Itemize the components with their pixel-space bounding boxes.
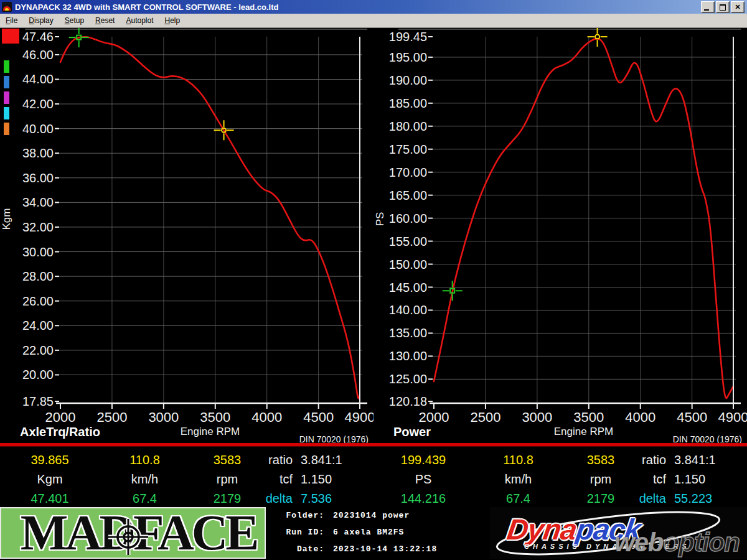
restore-icon xyxy=(720,4,726,11)
x-tick-label: 4500 xyxy=(677,409,707,425)
weboption-watermark: weboption xyxy=(614,528,740,558)
y-tick-label: 125.00 xyxy=(389,372,427,386)
x-axis-title: Engine RPM xyxy=(554,426,613,437)
x-tick-label: 2500 xyxy=(470,409,500,425)
marker-speed-value: 67.4 xyxy=(473,492,563,506)
date-label: Date: xyxy=(270,544,324,554)
power-readout-panel: 199.439 110.8 3583 ratio 3.841:1 PS km/h… xyxy=(374,449,747,506)
y-tick-label: 120.18 xyxy=(389,394,427,408)
tcf-label: tcf xyxy=(638,472,666,487)
y-tick-label: 28.00 xyxy=(22,269,54,283)
minimize-icon xyxy=(704,9,709,11)
delta-value: 55.223 xyxy=(666,492,746,506)
y-tick-label: 180.00 xyxy=(389,119,427,133)
y-tick-label: 47.46 xyxy=(22,30,54,44)
chart-svg: 2000250030003500400045004900199.45195.00… xyxy=(374,28,747,443)
ratio-value: 3.841:1 xyxy=(666,453,746,467)
x-tick-label: 4900 xyxy=(718,409,747,425)
chart-title: AxleTrq/Ratio xyxy=(20,425,100,439)
din-note: DIN 70020 (1976) xyxy=(673,434,742,443)
y-tick-label: 155.00 xyxy=(389,235,427,248)
delta-label: delta xyxy=(265,492,293,506)
marker-rpm-value: 2179 xyxy=(563,492,638,506)
y-tick-label: 24.00 xyxy=(22,319,54,332)
menu-reset[interactable]: Reset xyxy=(90,15,120,26)
tcf-value: 1.150 xyxy=(666,472,746,487)
y-tick-label: 140.00 xyxy=(389,303,427,317)
cursor-speed-value: 110.8 xyxy=(473,453,563,467)
chart-title: Power xyxy=(393,425,431,439)
red-divider xyxy=(0,443,747,447)
y-tick-label: 22.00 xyxy=(22,343,54,357)
run-info: Folder: 20231014 power Run ID: 6 axela B… xyxy=(270,507,487,559)
channel-swatch-5[interactable] xyxy=(4,107,9,119)
x-axis-title: Engine RPM xyxy=(181,426,240,437)
tcf-label: tcf xyxy=(265,472,293,487)
y-tick-label: 145.00 xyxy=(389,281,427,294)
window-title: DYNAPACK 32 4WD with SMART CONTROL SOFTW… xyxy=(15,2,278,12)
folder-value: 20231014 power xyxy=(324,511,410,520)
torque-readout-panel: 39.865 110.8 3583 ratio 3.841:1 Kgm km/h… xyxy=(0,449,374,506)
marker-power-value: 144.216 xyxy=(374,492,473,506)
y-tick-label: 150.00 xyxy=(389,258,427,271)
y-tick-label: 160.00 xyxy=(389,212,427,225)
x-tick-label: 2000 xyxy=(45,409,76,425)
channel-swatch-2[interactable] xyxy=(4,60,9,73)
run-id-value: 6 axela BM2FS xyxy=(324,528,404,537)
rpm-unit: rpm xyxy=(563,472,638,487)
y-tick-label: 185.00 xyxy=(389,96,427,110)
folder-label: Folder: xyxy=(270,511,324,520)
x-tick-label: 3500 xyxy=(200,409,230,425)
y-tick-label: 34.00 xyxy=(22,195,54,209)
channel-swatches xyxy=(0,28,22,128)
torque-unit: Kgm xyxy=(0,472,100,487)
channel-swatch-1[interactable] xyxy=(2,29,19,44)
menu-setup[interactable]: Setup xyxy=(59,15,90,26)
dyna-word: Dyna xyxy=(505,513,578,546)
channel-swatch-6[interactable] xyxy=(4,123,9,135)
y-tick-label: 20.00 xyxy=(22,368,54,381)
y-tick-label: 36.00 xyxy=(22,171,54,185)
channel-swatch-3[interactable] xyxy=(4,76,9,88)
y-tick-label: 165.00 xyxy=(389,189,427,202)
torque-chart[interactable]: 200025003000350040004500490047.4646.0044… xyxy=(0,28,374,443)
close-button[interactable]: ✕ xyxy=(731,1,745,13)
ratio-label: ratio xyxy=(638,453,666,467)
din-note: DIN 70020 (1976) xyxy=(299,434,369,443)
menu-help[interactable]: Help xyxy=(159,15,186,26)
dynapack-window: DYNAPACK 32 4WD with SMART CONTROL SOFTW… xyxy=(0,0,747,560)
y-tick-label: 44.00 xyxy=(22,72,54,86)
y-axis-unit: Kgm xyxy=(1,208,12,230)
close-icon: ✕ xyxy=(735,3,740,11)
menu-autoplot[interactable]: Autoplot xyxy=(120,15,159,26)
marker-torque-value: 47.401 xyxy=(0,492,100,506)
power-chart[interactable]: 2000250030003500400045004900199.45195.00… xyxy=(374,28,747,443)
y-tick-label: 175.00 xyxy=(389,142,427,156)
y-tick-label: 17.85 xyxy=(22,394,54,408)
cursor-rpm-value: 3583 xyxy=(190,453,265,467)
power-unit: PS xyxy=(374,472,473,487)
title-bar: DYNAPACK 32 4WD with SMART CONTROL SOFTW… xyxy=(0,0,747,14)
channel-swatch-4[interactable] xyxy=(4,91,9,104)
minimize-button[interactable] xyxy=(701,1,715,13)
cursor-power-value: 199.439 xyxy=(374,453,473,467)
x-tick-label: 3000 xyxy=(148,409,179,425)
cursor-speed-value: 110.8 xyxy=(100,453,190,467)
y-tick-label: 199.45 xyxy=(389,30,427,44)
y-tick-label: 170.00 xyxy=(389,166,427,179)
ratio-value: 3.841:1 xyxy=(293,453,372,467)
y-tick-label: 190.00 xyxy=(389,73,427,87)
app-icon xyxy=(2,2,12,12)
cursor-rpm-value: 3583 xyxy=(563,453,638,467)
ratio-label: ratio xyxy=(265,453,293,467)
y-tick-label: 40.00 xyxy=(22,122,54,136)
menu-file[interactable]: File xyxy=(0,15,23,26)
menu-display[interactable]: Display xyxy=(23,15,59,26)
y-tick-label: 135.00 xyxy=(389,326,427,340)
y-tick-label: 46.00 xyxy=(22,48,54,62)
y-tick-label: 32.00 xyxy=(22,220,54,234)
x-tick-label: 4500 xyxy=(303,409,334,425)
rpm-unit: rpm xyxy=(190,472,265,487)
restore-button[interactable] xyxy=(716,1,730,13)
y-tick-label: 30.00 xyxy=(22,245,54,259)
